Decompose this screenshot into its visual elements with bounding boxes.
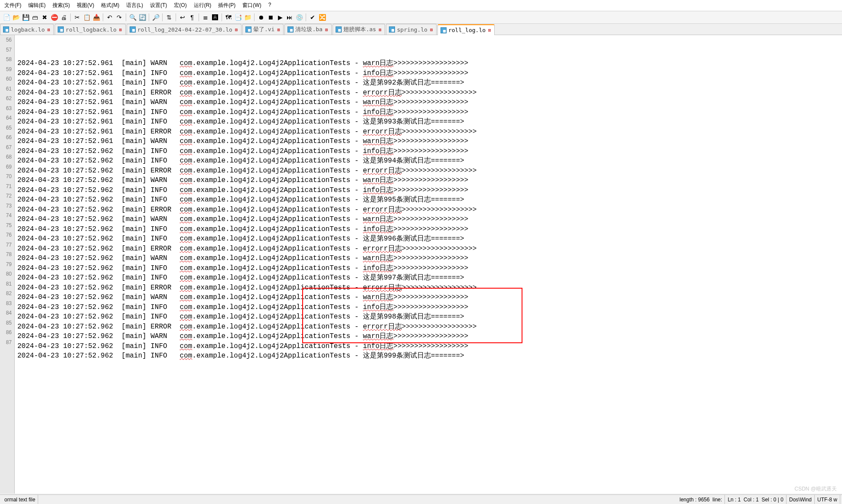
log-line[interactable] bbox=[17, 361, 842, 371]
log-line[interactable]: 2024-04-23 10:27:52.962 [main] WARN com.… bbox=[17, 254, 842, 263]
lang-icon[interactable]: 🅰 bbox=[210, 13, 220, 22]
log-line[interactable]: 2024-04-23 10:27:52.962 [main] INFO com.… bbox=[17, 302, 842, 312]
play-multi-icon[interactable]: ⏭ bbox=[285, 13, 294, 22]
tab-label: 晕了.vi bbox=[253, 26, 274, 33]
tab-3[interactable]: 晕了.vi⊠ bbox=[242, 24, 284, 35]
log-line[interactable]: 2024-04-23 10:27:52.962 [main] ERROR com… bbox=[17, 205, 842, 215]
line-number: 61 bbox=[0, 84, 12, 94]
close-all-icon[interactable]: ⛔ bbox=[49, 13, 59, 22]
wrap-icon[interactable]: ↩ bbox=[178, 13, 187, 22]
log-line[interactable]: 2024-04-23 10:27:52.962 [main] ERROR com… bbox=[17, 322, 842, 332]
log-line[interactable]: 2024-04-23 10:27:52.961 [main] ERROR com… bbox=[17, 127, 842, 137]
close-tab-icon[interactable]: ⊠ bbox=[235, 27, 238, 32]
toolbar-separator bbox=[70, 13, 71, 21]
cut-icon[interactable]: ✂ bbox=[72, 13, 82, 22]
log-line[interactable]: 2024-04-23 10:27:52.962 [main] INFO com.… bbox=[17, 273, 842, 283]
menu-language[interactable]: 语言(L) bbox=[124, 1, 146, 10]
menu-format[interactable]: 格式(M) bbox=[98, 1, 122, 10]
doc-map-icon[interactable]: 🗺 bbox=[224, 13, 233, 22]
log-line[interactable]: 2024-04-23 10:27:52.962 [main] ERROR com… bbox=[17, 244, 842, 254]
new-file-icon[interactable]: 📄 bbox=[2, 13, 11, 22]
tab-6[interactable]: spring.lo⊠ bbox=[386, 24, 436, 35]
log-line[interactable]: 2024-04-23 10:27:52.961 [main] INFO com.… bbox=[17, 117, 842, 127]
log-line[interactable]: 2024-04-23 10:27:52.961 [main] ERROR com… bbox=[17, 88, 842, 98]
log-line[interactable]: 2024-04-23 10:27:52.962 [main] WARN com.… bbox=[17, 293, 842, 302]
menu-plugins[interactable]: 插件(P) bbox=[215, 1, 238, 10]
close-tab-icon[interactable]: ⊠ bbox=[119, 27, 122, 32]
save-all-icon[interactable]: 🗃 bbox=[30, 13, 40, 22]
sync-v-icon[interactable]: ⇅ bbox=[164, 13, 174, 22]
save-macro-icon[interactable]: 💿 bbox=[294, 13, 304, 22]
tab-0[interactable]: logback.lo⊠ bbox=[0, 24, 54, 35]
log-line[interactable]: 2024-04-23 10:27:52.962 [main] INFO com.… bbox=[17, 351, 842, 361]
status-file-type: ormal text file bbox=[2, 495, 38, 504]
log-line[interactable]: 2024-04-23 10:27:52.961 [main] WARN com.… bbox=[17, 59, 842, 68]
line-number: 70 bbox=[0, 172, 12, 182]
log-line[interactable]: 2024-04-23 10:27:52.962 [main] INFO com.… bbox=[17, 312, 842, 322]
tab-7[interactable]: roll_log.lo⊠ bbox=[437, 24, 495, 35]
menu-search[interactable]: 搜索(S) bbox=[50, 1, 72, 10]
close-tab-icon[interactable]: ⊠ bbox=[277, 27, 280, 32]
replace-icon[interactable]: 🔄 bbox=[137, 13, 147, 22]
stop-icon[interactable]: ⏹ bbox=[266, 13, 275, 22]
tab-4[interactable]: 清垃圾.ba⊠ bbox=[284, 24, 332, 35]
text-content[interactable]: 2024-04-23 10:27:52.961 [main] WARN com.… bbox=[15, 35, 842, 494]
log-line[interactable]: 2024-04-23 10:27:52.961 [main] WARN com.… bbox=[17, 98, 842, 107]
log-line[interactable]: 2024-04-23 10:27:52.962 [main] INFO com.… bbox=[17, 341, 842, 351]
doc-switch-icon[interactable]: 🔀 bbox=[317, 13, 327, 22]
redo-icon[interactable]: ↷ bbox=[114, 13, 124, 22]
func-list-icon[interactable]: 📑 bbox=[233, 13, 243, 22]
log-line[interactable]: 2024-04-23 10:27:52.962 [main] INFO com.… bbox=[17, 185, 842, 195]
log-line[interactable]: 2024-04-23 10:27:52.962 [main] ERROR com… bbox=[17, 166, 842, 176]
menu-view[interactable]: 视图(V) bbox=[74, 1, 97, 10]
log-line[interactable]: 2024-04-23 10:27:52.961 [main] INFO com.… bbox=[17, 107, 842, 117]
menu-file[interactable]: 文件(F) bbox=[2, 1, 24, 10]
log-line[interactable]: 2024-04-23 10:27:52.962 [main] WARN com.… bbox=[17, 176, 842, 185]
close-tab-icon[interactable]: ⊠ bbox=[379, 27, 381, 32]
log-line[interactable]: 2024-04-23 10:27:52.961 [main] INFO com.… bbox=[17, 68, 842, 78]
log-line[interactable]: 2024-04-23 10:27:52.962 [main] WARN com.… bbox=[17, 332, 842, 341]
tab-2[interactable]: roll_log_2024-04-22-07_30.lo⊠ bbox=[127, 24, 242, 35]
menu-run[interactable]: 运行(R) bbox=[191, 1, 214, 10]
log-line[interactable]: 2024-04-23 10:27:52.962 [main] INFO com.… bbox=[17, 234, 842, 244]
log-line[interactable]: 2024-04-23 10:27:52.962 [main] INFO com.… bbox=[17, 146, 842, 156]
tab-5[interactable]: 翅膀脚本.as⊠ bbox=[333, 24, 385, 35]
menu-settings[interactable]: 设置(T) bbox=[147, 1, 170, 10]
zoom-in-icon[interactable]: 🔎 bbox=[151, 13, 160, 22]
editor-area[interactable]: 5657585960616263646566676869707172737475… bbox=[0, 35, 842, 494]
log-line[interactable]: 2024-04-23 10:27:52.962 [main] INFO com.… bbox=[17, 195, 842, 205]
copy-icon[interactable]: 📋 bbox=[82, 13, 91, 22]
open-file-icon[interactable]: 📂 bbox=[11, 13, 21, 22]
log-line[interactable]: 2024-04-23 10:27:52.962 [main] INFO com.… bbox=[17, 156, 842, 166]
menu-help[interactable]: ? bbox=[266, 1, 274, 10]
log-line[interactable]: 2024-04-23 10:27:52.962 [main] INFO com.… bbox=[17, 263, 842, 273]
file-icon bbox=[336, 26, 342, 33]
record-icon[interactable]: ⏺ bbox=[256, 13, 266, 22]
log-line[interactable]: 2024-04-23 10:27:52.962 [main] WARN com.… bbox=[17, 215, 842, 224]
log-line[interactable]: 2024-04-23 10:27:52.961 [main] INFO com.… bbox=[17, 78, 842, 88]
close-icon[interactable]: ✖ bbox=[40, 13, 49, 22]
undo-icon[interactable]: ↶ bbox=[105, 13, 114, 22]
menu-macro[interactable]: 宏(O) bbox=[171, 1, 189, 10]
log-line[interactable]: 2024-04-23 10:27:52.961 [main] WARN com.… bbox=[17, 137, 842, 146]
close-tab-icon[interactable]: ⊠ bbox=[325, 27, 328, 32]
menu-window[interactable]: 窗口(W) bbox=[240, 1, 264, 10]
tab-1[interactable]: roll_logback.lo⊠ bbox=[55, 24, 125, 35]
indent-guide-icon[interactable]: ≣ bbox=[201, 13, 210, 22]
menu-edit[interactable]: 编辑(E) bbox=[26, 1, 48, 10]
folder-icon[interactable]: 📁 bbox=[243, 13, 252, 22]
close-tab-icon[interactable]: ⊠ bbox=[47, 27, 50, 32]
log-line[interactable]: 2024-04-23 10:27:52.962 [main] INFO com.… bbox=[17, 224, 842, 234]
paste-icon[interactable]: 📥 bbox=[91, 13, 101, 22]
log-line[interactable]: 2024-04-23 10:27:52.962 [main] ERROR com… bbox=[17, 283, 842, 293]
play-icon[interactable]: ▶ bbox=[275, 13, 285, 22]
find-icon[interactable]: 🔍 bbox=[128, 13, 137, 22]
line-number: 56 bbox=[0, 35, 12, 45]
close-tab-icon[interactable]: ⊠ bbox=[430, 27, 433, 32]
save-icon[interactable]: 💾 bbox=[21, 13, 30, 22]
print-icon[interactable]: 🖨 bbox=[59, 13, 69, 22]
line-number: 60 bbox=[0, 74, 12, 84]
spell-icon[interactable]: ✔ bbox=[308, 13, 317, 22]
close-tab-icon[interactable]: ⊠ bbox=[488, 28, 491, 33]
all-chars-icon[interactable]: ¶ bbox=[187, 13, 197, 22]
